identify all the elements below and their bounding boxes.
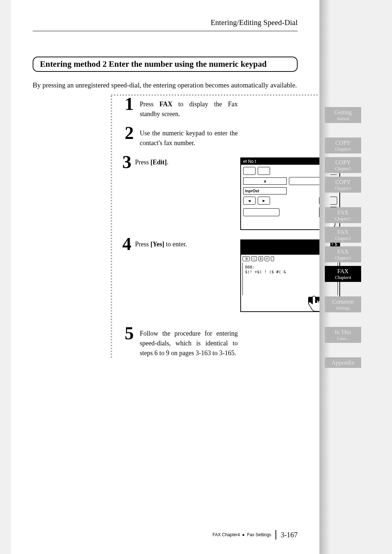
text-bold: [Edit] — [151, 159, 167, 166]
text-bold: [Yes] — [151, 241, 164, 248]
screen-button[interactable] — [243, 167, 256, 175]
screen-button[interactable] — [258, 167, 270, 175]
text: . — [167, 159, 169, 166]
footer-divider — [275, 530, 276, 539]
tab-fax-4[interactable]: FAXChapter4 — [325, 266, 361, 282]
step-3: 3 Press [Edit]. et No t ⌃ — [122, 154, 298, 230]
footer-crumb-a: FAX Chapter4 — [213, 532, 240, 537]
tab-fax-1[interactable]: FAXChapter1 — [325, 207, 361, 223]
left-arrow-button[interactable]: ◄ — [243, 197, 256, 205]
step-2: 2 Use the numeric keypad to enter the co… — [122, 125, 298, 148]
step-body: Press [Edit]. et No t ⌃ a — [135, 154, 340, 230]
step-4: 4 Press [Yes] to enter. ' + $ ' $!! ($#' — [122, 236, 298, 319]
step-body: Press [Yes] to enter. ' + $ ' $!! ($#' ⌃ — [135, 236, 340, 312]
footer-crumb: FAX Chapter4 Fax Settings — [213, 532, 271, 537]
tab-getting-started[interactable]: GettingStarted — [325, 107, 361, 123]
intro-text: By pressing an unregistered speed-dial, … — [33, 81, 298, 89]
step-body: Use the numeric keypad to enter the cont… — [140, 125, 298, 148]
step-body: Follow the procedure for entering speed-… — [140, 325, 298, 358]
tab-copy-3[interactable]: COPYChapter3 — [325, 177, 361, 193]
tab-copy-2[interactable]: COPYChapter2 — [325, 157, 361, 173]
screen-field[interactable]: inprOst — [243, 187, 287, 194]
step-number: 1 — [122, 96, 136, 112]
text: Press — [135, 241, 151, 248]
steps-container: 1 Press FAX to display the Fax standby s… — [111, 96, 298, 358]
step-text: Press [Edit]. — [135, 157, 233, 167]
step-number: 4 — [122, 236, 131, 252]
tab-fax-2[interactable]: FAXChapter2 — [325, 227, 361, 243]
step-text: Press [Yes] to enter. — [135, 239, 233, 249]
text: Press — [135, 159, 151, 166]
header-rule — [33, 31, 298, 31]
dot-separator-icon — [242, 534, 244, 536]
step-text: Follow the procedure for entering speed-… — [140, 329, 238, 358]
tab-in-this-case[interactable]: In ThisCase... — [325, 327, 361, 343]
tab-common-settings[interactable]: CommonSettings — [325, 296, 361, 312]
tab-copy-1[interactable]: COPYChapter1 — [325, 138, 361, 153]
tab-appendix[interactable]: Appendix — [325, 357, 361, 368]
step-text: Use the numeric keypad to enter the cont… — [140, 128, 238, 148]
text-bold: FAX — [159, 100, 172, 108]
right-arrow-button[interactable]: ► — [258, 197, 270, 205]
method-heading: Entering method 2 Enter the number using… — [33, 57, 298, 72]
step-5: 5 Follow the procedure for entering spee… — [122, 325, 298, 358]
side-tabs: GettingStarted COPYChapter1 COPYChapter2… — [325, 107, 361, 368]
step-number: 2 — [122, 125, 136, 141]
step-number: 3 — [122, 154, 131, 170]
dotted-line-top — [111, 94, 318, 96]
page: Entering/Editing Speed-Dial Entering met… — [11, 0, 319, 554]
screen-label: a — [243, 177, 287, 185]
footer-crumb-b: Fax Settings — [247, 532, 271, 537]
tab-fax-3[interactable]: FAXChapter3 — [325, 246, 361, 262]
step-1: 1 Press FAX to display the Fax standby s… — [122, 96, 298, 119]
step-text: Press FAX to display the Fax standby scr… — [140, 99, 238, 119]
step-number: 5 — [122, 325, 136, 341]
footer: FAX Chapter4 Fax Settings 3-167 — [213, 530, 298, 539]
page-number: 3-167 — [281, 531, 298, 539]
step-body: Press FAX to display the Fax standby scr… — [140, 96, 298, 119]
text: to enter. — [164, 241, 187, 248]
screen-button[interactable] — [243, 208, 279, 216]
text: Press — [140, 100, 159, 108]
page-header-title: Entering/Editing Speed-Dial — [33, 18, 298, 27]
